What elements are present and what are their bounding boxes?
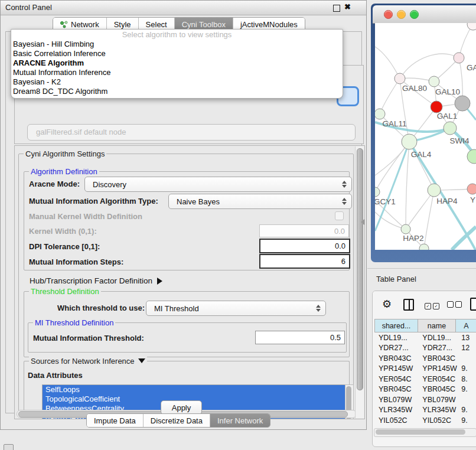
network-canvas[interactable]: GALGAL80GAL10GAL1GAL11SWI4GAL4GCY1HAP4YH… (375, 23, 476, 250)
network-node[interactable] (444, 122, 457, 135)
manual-kernel-label: Manual Kernel Width Definition (29, 212, 142, 221)
zoom-traffic-light-icon[interactable] (410, 10, 419, 19)
dock-corner-icon[interactable] (4, 444, 14, 450)
mi-type-select[interactable]: Naive Bayes (168, 194, 352, 209)
hub-definition-label: Hub/Transcription Factor Definition (30, 276, 152, 285)
network-node[interactable] (455, 96, 470, 111)
network-node[interactable] (428, 184, 441, 197)
kernel-width-field[interactable]: 0.0 (259, 224, 349, 237)
which-threshold-select[interactable]: MI Threshold (146, 301, 326, 316)
node-label: GAL10 (435, 87, 460, 96)
table-cell: YBR045C (374, 385, 418, 393)
deselect-all-columns-icon[interactable] (447, 301, 464, 309)
table-panel-title: Table Panel (376, 275, 416, 283)
settings-vscrollbar[interactable] (355, 146, 364, 418)
application-window: Control Panel ✖ NetworkStyleSelectCyni T… (0, 0, 476, 450)
table-hscrollbar[interactable] (374, 428, 476, 437)
table-select-combo[interactable]: galFiltered.sif default node (27, 124, 356, 141)
dropdown-items: Bayesian - Hill ClimbingBasic Correlatio… (11, 40, 343, 96)
manual-kernel-checkbox[interactable] (335, 211, 344, 220)
network-node[interactable] (467, 149, 476, 164)
table-row[interactable]: YDL19...YDL19...13 (374, 332, 476, 343)
columns-icon[interactable] (403, 299, 414, 311)
network-node[interactable] (431, 101, 442, 113)
dropdown-item[interactable]: ARACNE Algorithm (11, 58, 343, 68)
table-row[interactable]: YER054CYER054C8. (374, 374, 476, 384)
node-table: shared...nameA YDL19...YDL19...13YDR27..… (374, 319, 476, 428)
attribute-list-item[interactable]: SelfLoops (43, 385, 345, 394)
table-row[interactable]: YBR045CYBR045C9. (374, 384, 476, 395)
tab-label: Impute Data (94, 416, 136, 425)
table-cell: YDL19... (374, 334, 418, 342)
mi-threshold-label: Mutual Information Threshold: (33, 334, 144, 343)
float-window-icon[interactable] (333, 5, 340, 12)
table-row[interactable]: YDR27...YDR27...12 (374, 343, 476, 354)
table-row[interactable]: YPR145WYPR145W9. (374, 364, 476, 374)
control-panel-titlebar[interactable]: Control Panel ✖ (1, 1, 366, 15)
tab-infer-network[interactable]: Infer Network (210, 414, 270, 427)
table-cell: YBR045C (418, 385, 457, 393)
network-node[interactable] (467, 23, 476, 30)
table-row[interactable]: YLR345WYLR345W9. (374, 405, 476, 416)
dropdown-item[interactable]: Dream8 DC_TDC Algorithm (11, 87, 343, 96)
close-icon[interactable]: ✖ (344, 2, 351, 11)
column-header-3[interactable]: A (456, 319, 476, 332)
document-icon[interactable] (470, 298, 476, 311)
dropdown-item[interactable]: Bayesian - K2 (11, 77, 343, 87)
expand-right-icon (157, 278, 162, 285)
network-node[interactable] (467, 184, 476, 194)
network-node[interactable] (375, 187, 380, 197)
table-cell: YPR145W (418, 364, 457, 373)
tab-impute-data[interactable]: Impute Data (87, 414, 144, 427)
network-node[interactable] (454, 53, 464, 63)
mi-steps-field[interactable]: 6 (259, 254, 350, 269)
kernel-width-label: Kernel Width (0,1): (29, 227, 97, 236)
node-label: HAP4 (436, 197, 458, 206)
mi-threshold-field[interactable]: 0.5 (255, 331, 345, 344)
gear-icon[interactable]: ⚙ (382, 298, 392, 311)
table-row[interactable]: YBL079WYBL079W (374, 394, 476, 405)
dropdown-prompt: Select algorithm to view settings (11, 30, 343, 40)
tab-label: Cyni Toolbox (182, 20, 226, 29)
sources-title[interactable]: Sources for Network Inference (29, 357, 147, 366)
algorithm-definition-group: Algorithm Definition Aracne Mode: Discov… (24, 171, 350, 270)
select-all-columns-icon[interactable]: ✓✓ (425, 301, 441, 309)
split-pane-handle-icon[interactable] (361, 219, 364, 225)
network-node[interactable] (429, 76, 439, 87)
apply-button[interactable]: Apply (161, 400, 202, 415)
node-label: GAL (467, 63, 476, 72)
aracne-mode-select[interactable]: Discovery (84, 177, 352, 192)
minimize-traffic-light-icon[interactable] (397, 10, 406, 19)
mi-threshold-group: MI Threshold Definition Mutual Informati… (28, 322, 347, 353)
table-row[interactable]: YBR043CYBR043C (374, 353, 476, 364)
column-header-1[interactable]: shared... (374, 319, 418, 332)
table-panel: ⚙ ✓✓ shared...nameA YDL19...YDL19...13YD… (372, 291, 476, 447)
network-node-labels: GALGAL80GAL10GAL1GAL11SWI4GAL4GCY1HAP4YH… (375, 63, 476, 243)
network-window-titlebar[interactable] (373, 5, 476, 24)
network-node[interactable] (402, 134, 417, 149)
node-label: Y (470, 195, 475, 204)
table-panel-divider (367, 268, 476, 269)
table-row[interactable]: YIL052CYIL052C9. (374, 415, 476, 426)
table-cell: YIL052C (374, 416, 418, 425)
close-traffic-light-icon[interactable] (384, 10, 393, 19)
dropdown-item[interactable]: Bayesian - Hill Climbing (11, 40, 343, 49)
table-cell: 9. (457, 385, 476, 393)
table-cell: YER054C (374, 375, 418, 383)
combo-arrows-icon (316, 305, 321, 312)
network-node[interactable] (395, 73, 405, 84)
tab-discretize-data[interactable]: Discretize Data (144, 414, 210, 427)
network-node[interactable] (401, 224, 410, 234)
dropdown-item[interactable]: Basic Correlation Inference (11, 49, 343, 58)
combo-arrows-icon (342, 198, 347, 205)
algorithm-dropdown-popup: Select algorithm to view settings Bayesi… (11, 29, 343, 99)
column-header-2[interactable]: name (418, 319, 456, 332)
bottom-tabbar: Impute DataDiscretize DataInfer Network (86, 413, 270, 428)
node-label: GAL1 (437, 112, 458, 120)
table-cell: YBL079W (374, 396, 418, 404)
dropdown-item[interactable]: Mutual Information Inference (11, 68, 343, 77)
dpi-tolerance-field[interactable]: 0.0 (259, 239, 350, 253)
network-node[interactable] (375, 109, 385, 119)
hub-definition-toggle[interactable]: Hub/Transcription Factor Definition (30, 276, 162, 285)
table-rows: YDL19...YDL19...13YDR27...YDR27...12YBR0… (374, 332, 476, 428)
